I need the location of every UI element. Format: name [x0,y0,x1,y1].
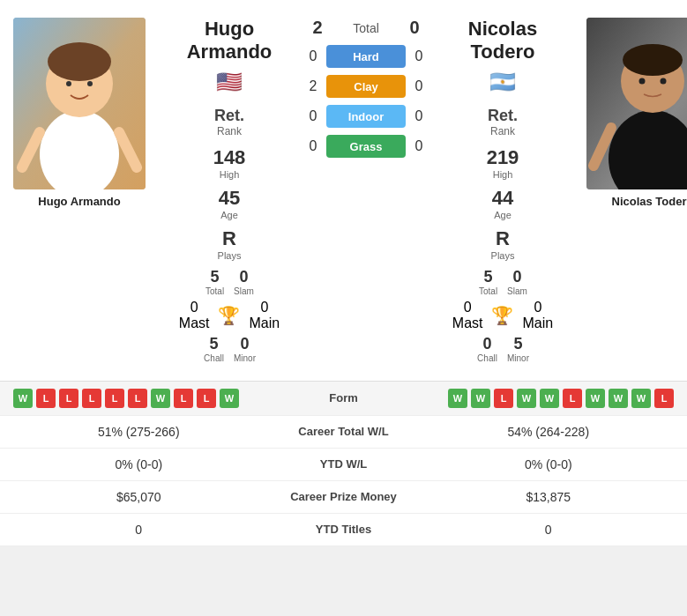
player1-career-wl: 51% (275-266) [13,425,265,439]
player2-high-age-plays: 219 High 44 Age R Plays [487,146,519,261]
form-badge-w: W [586,389,605,408]
hard-button[interactable]: Hard [326,45,406,68]
ytd-wl-label: YTD W/L [265,457,423,471]
player2-photo [586,18,687,189]
player1-stats-grid: 5 Total 0 Slam [205,268,254,296]
player1-main-block: 0 Main [249,300,280,331]
main-container: Hugo Armando Hugo Armando 🇺🇸 Ret. Rank 1… [0,0,687,546]
surface-row-grass[interactable]: 0 Grass 0 [300,135,432,158]
player2-trophy-icon: 🏆 [491,305,513,326]
svg-point-11 [623,44,683,76]
svg-point-13 [661,78,667,85]
player2-chall-block: 0 Chall [476,335,498,363]
player2-ret-rank: Ret. Rank [488,107,518,137]
career-wl-row: 51% (275-266) Career Total W/L 54% (264-… [0,416,687,449]
player1-flag: 🇺🇸 [216,70,243,94]
form-badge-l: L [82,389,101,408]
svg-point-4 [66,81,71,86]
player2-ytd-wl: 0% (0-0) [423,457,675,471]
indoor-button[interactable]: Indoor [326,105,406,128]
player2-plays-block: R Plays [491,227,515,261]
hard-score-left: 0 [300,48,326,64]
player2-photo-section: Nicolas Todero [573,9,687,372]
player2-minor-block: 5 Minor [507,335,529,363]
form-badge-w: W [13,389,33,408]
career-wl-label: Career Total W/L [265,425,423,438]
form-badge-w: W [517,389,536,408]
clay-score-left: 2 [300,78,326,94]
player1-mast-block: 0 Mast [179,300,210,331]
indoor-score-right: 0 [406,108,432,124]
prize-label: Career Prize Money [265,490,423,503]
form-label: Form [309,391,379,404]
player2-bottom-stats-grid: 0 Chall 5 Minor [476,335,529,363]
svg-point-3 [48,42,111,81]
ytd-titles-label: YTD Titles [265,523,423,536]
player1-name-below: Hugo Armando [38,195,120,208]
indoor-score-left: 0 [300,108,326,124]
player2-stats-grid: 5 Total 0 Slam [478,268,527,296]
player2-trophy-row: 0 Mast 🏆 0 Main [452,300,553,331]
form-badge-l: L [494,389,513,408]
clay-score-right: 0 [406,78,432,94]
form-badge-l: L [128,389,147,408]
hard-score-right: 0 [406,48,432,64]
player1-name-top: Hugo Armando [187,18,273,64]
form-badge-l: L [59,389,78,408]
clay-button[interactable]: Clay [326,75,406,98]
form-badge-l: L [197,389,216,408]
player2-form: WWLWWLWWWL [388,389,675,408]
player2-stats: Nicolas Todero 🇦🇷 Ret. Rank 219 High 44 … [432,9,573,372]
player1-total-block: 5 Total [205,268,225,296]
stats-rows: 51% (275-266) Career Total W/L 54% (264-… [0,415,687,546]
player1-form: WLLLLLWLLW [13,389,300,408]
form-badge-l: L [105,389,124,408]
player1-plays-block: R Plays [218,227,242,261]
player2-name-below: Nicolas Todero [612,195,687,208]
form-badge-w: W [448,389,467,408]
player2-ytd-titles: 0 [423,523,675,537]
svg-point-5 [87,81,93,86]
player1-minor-block: 0 Minor [234,335,256,363]
player2-total-block: 5 Total [478,268,498,296]
form-badge-w: W [471,389,490,408]
player2-mast-block: 0 Mast [452,300,483,331]
player1-trophy-row: 0 Mast 🏆 0 Main [179,300,280,331]
form-badge-w: W [609,389,628,408]
surface-row-hard[interactable]: 0 Hard 0 [300,45,432,68]
player2-avatar-svg [586,18,687,189]
player2-age-block: 44 Age [492,187,513,220]
players-section: Hugo Armando Hugo Armando 🇺🇸 Ret. Rank 1… [0,0,687,381]
player1-avatar-svg [13,18,146,189]
prize-row: $65,070 Career Prize Money $13,875 [0,481,687,514]
player1-high-block: 148 High [213,146,246,180]
total-label: Total [331,21,401,35]
player2-flag: 🇦🇷 [489,70,516,94]
form-badge-l: L [36,389,56,408]
ytd-titles-row: 0 YTD Titles 0 [0,514,687,546]
form-badge-w: W [540,389,559,408]
grass-score-right: 0 [406,138,432,154]
grass-button[interactable]: Grass [326,135,406,158]
player1-trophy-icon: 🏆 [218,305,240,326]
total-row: 2 Total 0 [300,18,432,38]
form-badge-l: L [654,389,674,408]
center-section: 2 Total 0 0 Hard 0 2 Clay 0 0 Indoor [300,9,432,372]
player1-bottom-stats-grid: 5 Chall 0 Minor [203,335,256,363]
surface-rows: 0 Hard 0 2 Clay 0 0 Indoor 0 0 Grass [300,45,432,158]
surface-row-clay[interactable]: 2 Clay 0 [300,75,432,98]
surface-row-indoor[interactable]: 0 Indoor 0 [300,105,432,128]
form-badge-w: W [631,389,651,408]
player1-ret-rank: Ret. Rank [214,107,244,137]
svg-point-12 [639,78,646,85]
form-badge-l: L [174,389,193,408]
total-score-left: 2 [304,18,331,38]
grass-score-left: 0 [300,138,326,154]
player2-main-block: 0 Main [522,300,553,331]
form-section: WLLLLLWLLW Form WWLWWLWWWL [0,381,687,415]
player2-prize: $13,875 [423,490,675,504]
player2-slam-block: 0 Slam [507,268,527,296]
player1-ytd-wl: 0% (0-0) [13,457,265,471]
player1-chall-block: 5 Chall [203,335,225,363]
total-score-right: 0 [401,18,428,38]
